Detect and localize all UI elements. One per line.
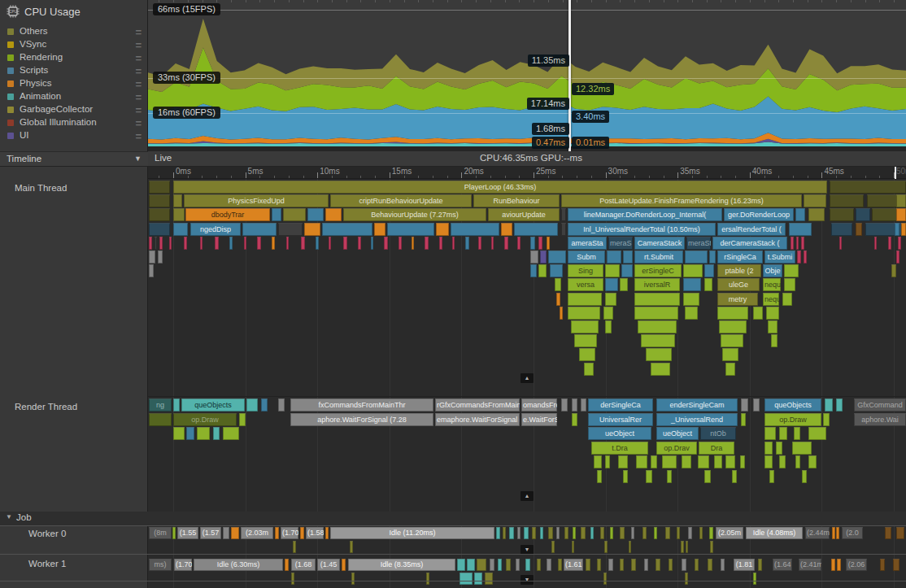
- flame-bar-main-thread[interactable]: [439, 237, 442, 250]
- flame-bar-main-thread[interactable]: [278, 223, 303, 236]
- flame-bar-main-thread[interactable]: [322, 223, 372, 236]
- flame-bar-main-thread[interactable]: [399, 237, 402, 250]
- flame-bar-main-thread[interactable]: PhysicsFixedUpd: [184, 194, 329, 207]
- flame-bar-main-thread[interactable]: [584, 363, 594, 376]
- thread-label-worker1[interactable]: Worker 1: [28, 559, 66, 568]
- flame-bar-main-thread[interactable]: [771, 334, 778, 347]
- flame-bar-render-thread[interactable]: [173, 427, 185, 440]
- flame-bar-main-thread[interactable]: [782, 293, 792, 306]
- flame-bar-worker-0[interactable]: (1.70: [281, 527, 298, 539]
- drag-handle-icon[interactable]: =: [135, 91, 142, 103]
- flame-bar-main-thread[interactable]: [568, 293, 602, 306]
- flame-bar-main-thread[interactable]: versa: [568, 278, 603, 291]
- flame-bar-worker-1[interactable]: [682, 559, 686, 571]
- flame-bar-main-thread[interactable]: [753, 307, 763, 320]
- flame-bar-main-thread[interactable]: [272, 237, 275, 250]
- flame-bar-worker-1[interactable]: [644, 559, 648, 571]
- flame-bar-main-thread[interactable]: [704, 278, 712, 291]
- flame-bar-render-thread[interactable]: [636, 455, 647, 468]
- flame-bar-render-thread[interactable]: [776, 442, 782, 455]
- flame-bar-main-thread[interactable]: [149, 237, 152, 250]
- flame-bar-render-thread[interactable]: emaphore.WaitForSignal (8.89ms: [435, 413, 520, 426]
- flame-bar-worker-0[interactable]: [509, 527, 514, 539]
- flame-bar-render-thread[interactable]: [753, 399, 760, 412]
- flame-bar-render-thread[interactable]: [725, 455, 735, 468]
- flame-bar-render-thread[interactable]: Dra: [699, 442, 734, 455]
- flame-bar-render-thread[interactable]: [741, 399, 748, 412]
- flame-bar-main-thread[interactable]: ptable (2: [717, 264, 761, 277]
- flame-bar-worker-1[interactable]: [342, 559, 346, 571]
- drag-handle-icon[interactable]: =: [135, 39, 142, 51]
- flame-bar-main-thread[interactable]: ger.DoRenderLoop: [724, 208, 794, 221]
- flame-bar-main-thread[interactable]: [766, 307, 779, 320]
- flame-bar-worker-0[interactable]: [686, 541, 688, 553]
- flame-bar-main-thread[interactable]: ersalRenderTotal (: [717, 223, 786, 236]
- flame-bar-worker-0[interactable]: [532, 527, 536, 539]
- flame-bar-render-thread[interactable]: [581, 399, 586, 412]
- flame-bar-main-thread[interactable]: [149, 181, 170, 194]
- flame-bar-worker-0[interactable]: [710, 541, 713, 553]
- flame-bar-render-thread[interactable]: [561, 399, 568, 412]
- flame-bar-main-thread[interactable]: [538, 264, 547, 277]
- flame-bar-main-thread[interactable]: [316, 237, 319, 250]
- flame-bar-worker-0[interactable]: [600, 527, 604, 539]
- flame-bar-render-thread[interactable]: [662, 455, 677, 468]
- flame-bar-render-thread[interactable]: e.WaitForSigna: [521, 413, 557, 426]
- flame-bar-main-thread[interactable]: [501, 223, 512, 236]
- flame-bar-worker-0[interactable]: (2.44m: [805, 527, 830, 539]
- flame-bar-worker-1[interactable]: (1.81: [734, 559, 755, 571]
- flame-bar-render-thread[interactable]: [594, 455, 602, 468]
- flame-bar-worker-1[interactable]: [457, 559, 465, 571]
- flame-bar-main-thread[interactable]: [888, 237, 891, 250]
- drag-handle-icon[interactable]: =: [135, 78, 142, 90]
- flame-bar-main-thread[interactable]: [504, 237, 508, 250]
- flame-bar-worker-0[interactable]: [896, 527, 904, 539]
- flame-bar-main-thread[interactable]: [641, 334, 675, 347]
- flame-bar-main-thread[interactable]: BehaviourUpdate (7.27ms): [343, 208, 486, 221]
- flame-bar-main-thread[interactable]: [620, 278, 628, 291]
- flame-bar-main-thread[interactable]: [725, 363, 735, 376]
- flame-bar-main-thread[interactable]: PlayerLoop (46.33ms): [173, 181, 827, 194]
- flame-bar-worker-0[interactable]: [548, 527, 553, 539]
- flame-bar-worker-0[interactable]: [836, 527, 839, 539]
- flame-bar-render-thread[interactable]: [808, 455, 817, 468]
- flame-bar-main-thread[interactable]: [683, 293, 699, 306]
- flame-bar-main-thread[interactable]: [530, 250, 538, 264]
- flame-bar-worker-1[interactable]: [460, 573, 473, 585]
- flame-bar-worker-1[interactable]: [485, 573, 493, 585]
- flame-bar-main-thread[interactable]: [768, 320, 778, 333]
- flame-bar-worker-0[interactable]: Idle (11.20ms): [330, 527, 494, 539]
- flame-bar-main-thread[interactable]: [634, 307, 678, 320]
- flame-bar-worker-0[interactable]: [665, 527, 670, 539]
- legend-item-animation[interactable]: Animation=: [0, 90, 148, 103]
- flame-bar-render-thread[interactable]: [651, 455, 657, 468]
- flame-bar-worker-0[interactable]: [551, 541, 555, 553]
- flame-bar-worker-0[interactable]: [172, 527, 176, 539]
- legend-item-garbagecollector[interactable]: GarbageCollector=: [0, 103, 148, 116]
- flame-bar-worker-0[interactable]: [885, 527, 891, 539]
- flame-bar-worker-0[interactable]: [620, 527, 625, 539]
- flame-bar-main-thread[interactable]: [257, 237, 261, 250]
- flame-bar-main-thread[interactable]: meraS: [608, 237, 633, 250]
- flame-bar-main-thread[interactable]: aviourUpdate: [488, 208, 560, 221]
- flame-bar-main-thread[interactable]: rt.Submit: [634, 250, 683, 264]
- flame-bar-main-thread[interactable]: [607, 250, 621, 264]
- flame-bar-worker-0[interactable]: (1.58: [306, 527, 324, 539]
- flame-bar-main-thread[interactable]: neque: [763, 293, 779, 306]
- flame-bar-main-thread[interactable]: [830, 194, 864, 207]
- flame-bar-main-thread[interactable]: [478, 237, 481, 250]
- thread-label-render[interactable]: Render Thread: [15, 402, 77, 412]
- flame-bar-main-thread[interactable]: [374, 223, 385, 236]
- flame-bar-worker-1[interactable]: [467, 559, 475, 571]
- flame-bar-worker-1[interactable]: [537, 559, 541, 571]
- flame-bar-render-thread[interactable]: _UniversalRend: [656, 413, 738, 426]
- flame-bar-worker-0[interactable]: [231, 527, 239, 539]
- flame-bar-main-thread[interactable]: [436, 223, 449, 236]
- flame-bar-main-thread[interactable]: [283, 208, 306, 221]
- legend-item-physics[interactable]: Physics=: [0, 77, 148, 90]
- flame-bar-main-thread[interactable]: [795, 208, 805, 221]
- flame-bar-main-thread[interactable]: metry: [717, 293, 758, 306]
- flame-bar-main-thread[interactable]: [704, 264, 714, 277]
- flame-bar-render-thread[interactable]: [779, 455, 786, 468]
- flame-bar-worker-1[interactable]: [506, 559, 511, 571]
